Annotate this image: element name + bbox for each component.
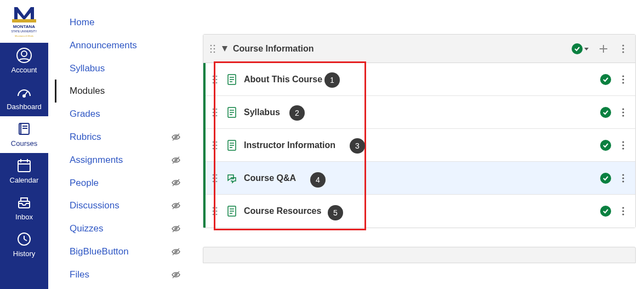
svg-point-58 xyxy=(622,75,624,77)
collapse-caret-icon[interactable] xyxy=(222,46,229,52)
svg-point-90 xyxy=(216,177,218,179)
course-nav-announcements[interactable]: Announcements xyxy=(55,34,192,57)
course-nav-label: People xyxy=(70,177,99,190)
item-options-icon[interactable] xyxy=(618,173,629,184)
module-item-title[interactable]: Syllabus xyxy=(244,107,280,117)
published-check-icon[interactable] xyxy=(600,140,611,151)
drag-handle-icon[interactable] xyxy=(212,107,220,117)
course-nav-grades[interactable]: Grades xyxy=(55,103,192,126)
global-nav-label: Calendar xyxy=(10,176,39,184)
course-nav-modules[interactable]: Modules xyxy=(55,80,192,103)
svg-point-77 xyxy=(216,144,218,146)
module-header: Course Information xyxy=(203,35,635,63)
svg-point-93 xyxy=(622,174,624,175)
published-check-icon[interactable] xyxy=(600,173,611,184)
global-nav-label: Inbox xyxy=(15,213,33,221)
course-nav-home[interactable]: Home xyxy=(55,11,192,34)
hidden-eye-icon xyxy=(171,247,181,257)
drag-handle-icon[interactable] xyxy=(212,140,220,150)
brand-tagline: Mountains & Minds xyxy=(15,35,33,37)
svg-point-107 xyxy=(622,210,624,212)
published-check-icon[interactable] xyxy=(600,206,611,217)
drag-handle-icon[interactable] xyxy=(212,75,220,84)
course-nav-people[interactable]: People xyxy=(55,172,192,195)
global-nav-courses[interactable]: Courses xyxy=(0,116,48,153)
svg-line-20 xyxy=(24,239,27,241)
add-item-button[interactable] xyxy=(598,43,609,54)
module-item-course-resources: Course Resources xyxy=(206,195,635,228)
svg-point-108 xyxy=(622,213,624,215)
global-nav-dashboard[interactable]: Dashboard xyxy=(0,80,48,116)
module-item-title[interactable]: About This Course xyxy=(244,75,322,84)
published-check-icon[interactable] xyxy=(600,74,611,85)
course-nav-label: BigBlueButton xyxy=(70,245,129,258)
course-nav-label: Home xyxy=(70,16,94,29)
global-nav-account[interactable]: Account xyxy=(0,43,48,80)
course-nav: Home Announcements Syllabus Modules Grad… xyxy=(55,11,192,286)
svg-point-52 xyxy=(213,82,214,83)
global-nav-calendar[interactable]: Calendar xyxy=(0,153,48,190)
item-options-icon[interactable] xyxy=(618,74,629,85)
svg-point-62 xyxy=(216,108,218,110)
calendar-icon xyxy=(16,157,32,174)
course-nav-quizzes[interactable]: Quizzes xyxy=(55,217,192,240)
svg-point-64 xyxy=(216,111,218,113)
svg-point-66 xyxy=(216,115,218,116)
course-nav-syllabus[interactable]: Syllabus xyxy=(55,57,192,80)
course-nav-label: Syllabus xyxy=(70,62,105,75)
module-item-title[interactable]: Course Q&A xyxy=(244,173,296,183)
discussion-icon xyxy=(226,173,237,184)
course-nav-files[interactable]: Files xyxy=(55,263,192,286)
clock-icon xyxy=(16,231,32,247)
svg-point-5 xyxy=(23,95,25,97)
module-options-icon[interactable] xyxy=(618,43,629,54)
publish-status-dropdown[interactable] xyxy=(572,43,589,54)
module-item-about-this-course: About This Course xyxy=(206,63,635,96)
item-options-icon[interactable] xyxy=(618,206,629,217)
svg-point-36 xyxy=(214,44,215,46)
svg-point-35 xyxy=(210,44,212,46)
module-item-title[interactable]: Course Resources xyxy=(244,206,321,216)
item-options-icon[interactable] xyxy=(618,140,629,151)
svg-point-40 xyxy=(214,51,215,53)
drag-handle-icon[interactable] xyxy=(212,206,220,216)
svg-point-91 xyxy=(213,180,214,182)
svg-point-97 xyxy=(216,207,218,209)
course-nav-label: Modules xyxy=(70,84,105,98)
brand-logo[interactable]: MONTANA STATE UNIVERSITY Mountains & Min… xyxy=(0,0,48,43)
published-check-icon[interactable] xyxy=(600,107,611,118)
hidden-eye-icon xyxy=(171,178,181,188)
course-nav-rubrics[interactable]: Rubrics xyxy=(55,126,192,149)
course-nav-label: Discussions xyxy=(70,199,119,212)
svg-point-87 xyxy=(213,174,214,175)
module-items-list: About This Course Syllabus Instructor In… xyxy=(203,63,635,228)
svg-point-99 xyxy=(216,211,218,212)
svg-point-95 xyxy=(622,180,624,182)
page-icon xyxy=(226,74,237,85)
course-nav-bigbluebutton[interactable]: BigBlueButton xyxy=(55,240,192,263)
svg-point-50 xyxy=(213,78,214,80)
page-icon xyxy=(226,140,237,151)
svg-point-48 xyxy=(213,75,214,77)
page-icon xyxy=(226,206,237,217)
svg-point-37 xyxy=(210,48,212,49)
global-nav-label: Courses xyxy=(11,139,37,148)
hidden-eye-icon xyxy=(171,270,181,280)
svg-rect-10 xyxy=(18,161,30,172)
course-nav-assignments[interactable]: Assignments xyxy=(55,149,192,172)
item-options-icon[interactable] xyxy=(618,107,629,118)
drag-handle-icon[interactable] xyxy=(212,173,220,183)
main-content: Course Information xyxy=(203,34,636,263)
course-nav-label: Rubrics xyxy=(70,131,101,144)
drag-handle-icon[interactable] xyxy=(210,44,218,54)
published-check-icon xyxy=(572,43,583,54)
svg-point-86 xyxy=(622,148,624,149)
module-item-syllabus: Syllabus xyxy=(206,96,635,129)
global-nav-history[interactable]: History xyxy=(0,226,48,263)
module-item-title[interactable]: Instructor Information xyxy=(244,140,335,150)
chevron-down-icon xyxy=(584,46,589,52)
global-nav-inbox[interactable]: Inbox xyxy=(0,190,48,226)
course-nav-label: Assignments xyxy=(70,154,123,167)
course-nav-discussions[interactable]: Discussions xyxy=(55,194,192,217)
svg-marker-41 xyxy=(222,46,227,52)
